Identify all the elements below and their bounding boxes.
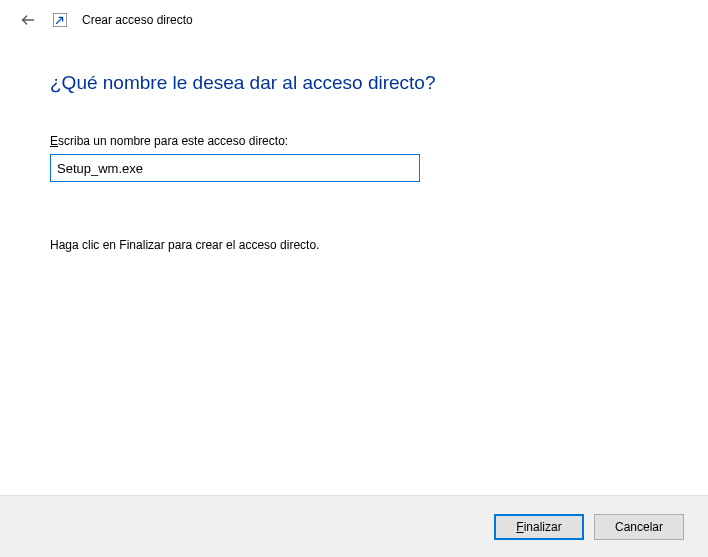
- cancel-button[interactable]: Cancelar: [594, 514, 684, 540]
- back-arrow-icon[interactable]: [18, 10, 38, 30]
- create-shortcut-wizard: Crear acceso directo ¿Qué nombre le dese…: [0, 0, 708, 557]
- shortcut-name-input[interactable]: [50, 154, 420, 182]
- label-access-key: E: [50, 134, 58, 148]
- wizard-title: Crear acceso directo: [82, 13, 193, 27]
- finish-label-rest: inalizar: [524, 520, 562, 534]
- shortcut-overlay-icon: [52, 12, 68, 28]
- page-heading: ¿Qué nombre le desea dar al acceso direc…: [50, 72, 678, 94]
- finish-button[interactable]: Finalizar: [494, 514, 584, 540]
- label-text: scriba un nombre para este acceso direct…: [58, 134, 288, 148]
- wizard-header: Crear acceso directo: [0, 0, 708, 40]
- finish-access-key: F: [516, 520, 523, 534]
- wizard-content: ¿Qué nombre le desea dar al acceso direc…: [50, 62, 678, 252]
- wizard-footer: Finalizar Cancelar: [0, 495, 708, 557]
- name-input-label: Escriba un nombre para este acceso direc…: [50, 134, 678, 148]
- finish-hint: Haga clic en Finalizar para crear el acc…: [50, 238, 678, 252]
